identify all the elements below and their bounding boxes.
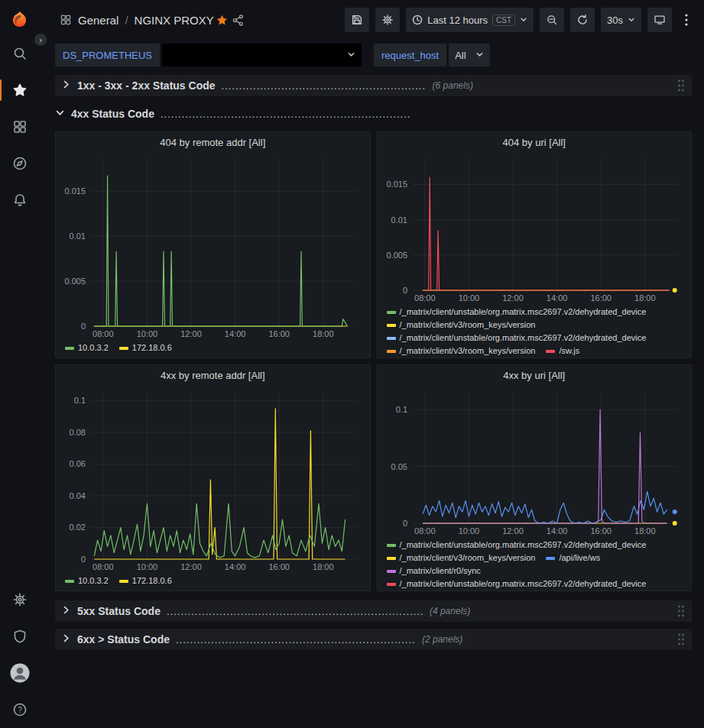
svg-text:0: 0 — [402, 519, 407, 528]
nav-actions: Last 12 hours CST 30s — [345, 8, 695, 32]
row-title: 4xx Status Code — [71, 108, 154, 120]
panel-title[interactable]: 404 by remote addr [All] — [56, 132, 370, 154]
chevron-down-icon — [475, 50, 484, 61]
row-drag-handle[interactable] — [676, 78, 686, 93]
chevron-right-icon — [61, 633, 71, 645]
dashboard-settings-button[interactable] — [375, 8, 400, 32]
share-icon[interactable] — [230, 12, 246, 28]
row-1xx-3xx-2xx[interactable]: 1xx - 3xx - 2xx Status Code ............… — [55, 75, 692, 96]
svg-text:0.005: 0.005 — [386, 251, 407, 260]
legend-color-mark — [65, 347, 74, 350]
legend-item[interactable]: /_matrix/client/r0/sync — [387, 565, 481, 578]
svg-text:0.08: 0.08 — [70, 428, 86, 437]
legend-item[interactable]: 10.0.3.2 — [65, 341, 109, 354]
svg-text:12:00: 12:00 — [502, 293, 524, 303]
svg-text:16:00: 16:00 — [590, 293, 612, 303]
grafana-logo[interactable] — [5, 6, 34, 35]
legend-item[interactable]: /_matrix/client/unstable/org.matrix.msc2… — [387, 578, 647, 590]
row-5xx[interactable]: 5xx Status Code ........................… — [55, 600, 692, 622]
svg-text:10:00: 10:00 — [137, 562, 158, 571]
panel-title[interactable]: 4xx by uri [All] — [378, 365, 692, 387]
time-series-chart[interactable]: 08:0010:0012:0014:0016:0018:0000.050.1 — [381, 387, 689, 537]
legend-item[interactable]: /_matrix/client/unstable/org.matrix.msc2… — [387, 306, 647, 319]
svg-text:0.05: 0.05 — [391, 462, 407, 471]
legend-color-mark — [546, 557, 555, 560]
legend-item[interactable]: /api/live/ws — [546, 552, 600, 565]
time-series-chart[interactable]: 08:0010:0012:0014:0016:0018:0000.0050.01… — [59, 154, 367, 340]
svg-text:14:00: 14:00 — [225, 562, 246, 571]
panel-title[interactable]: 404 by uri [All] — [378, 132, 692, 154]
zoom-out-button[interactable] — [540, 8, 564, 32]
chevron-right-icon — [61, 605, 71, 617]
row-title: 1xx - 3xx - 2xx Status Code — [77, 79, 216, 92]
time-range-picker[interactable]: Last 12 hours CST — [406, 8, 534, 32]
legend-item[interactable]: 172.18.0.6 — [119, 574, 172, 587]
chevron-down-icon — [628, 16, 635, 24]
legend-item[interactable]: /_matrix/client/v3/room_keys/version — [387, 319, 536, 332]
help-icon[interactable]: ? — [5, 694, 35, 725]
breadcrumb[interactable]: General / NGINX PROXY — [60, 14, 214, 27]
request-host-select[interactable]: All — [449, 44, 490, 66]
svg-text:08:00: 08:00 — [414, 293, 436, 303]
row-drag-handle[interactable] — [676, 632, 686, 647]
row-6xx[interactable]: 6xx > Status Code ......................… — [55, 629, 692, 650]
panel-4xx-by-uri: 4xx by uri [All] 08:0010:0012:0014:0016:… — [377, 364, 693, 591]
legend-color-mark — [119, 580, 128, 583]
datasource-variable-label[interactable]: DS_PROMETHEUS — [55, 44, 160, 66]
favorite-star-icon[interactable] — [214, 12, 230, 28]
explore-compass-icon[interactable] — [5, 148, 35, 179]
search-icon[interactable] — [5, 38, 35, 69]
legend-item[interactable]: /sw.js — [546, 345, 579, 358]
sidebar-expand-button[interactable]: › — [34, 33, 47, 47]
svg-text:16:00: 16:00 — [268, 329, 290, 338]
time-series-chart[interactable]: 08:0010:0012:0014:0016:0018:0000.0050.01… — [381, 154, 689, 304]
starred-dashboards-icon[interactable] — [5, 75, 35, 105]
panel-title[interactable]: 4xx by remote addr [All] — [56, 365, 370, 387]
cycle-view-monitor-button[interactable] — [647, 8, 672, 32]
legend-item[interactable]: /_matrix/client/unstable/org.matrix.msc2… — [387, 332, 647, 345]
save-dashboard-button[interactable] — [345, 8, 369, 32]
main-area: General / NGINX PROXY Last 12 hours — [40, 0, 704, 728]
request-host-variable-label[interactable]: request_host — [374, 44, 446, 66]
svg-text:14:00: 14:00 — [546, 293, 567, 303]
refresh-button[interactable] — [570, 8, 595, 32]
row-drag-handle[interactable] — [676, 603, 686, 619]
row-4xx[interactable]: 4xx Status Code ........................… — [55, 103, 692, 125]
profile-avatar[interactable] — [5, 658, 35, 688]
chart-legend: 10.0.3.2172.18.0.6 — [56, 340, 370, 358]
row-panel-count: (6 panels) — [433, 80, 473, 91]
breadcrumb-section[interactable]: General — [78, 14, 118, 27]
legend-item[interactable]: /_matrix/client/unstable/org.matrix.msc2… — [387, 539, 647, 552]
server-admin-shield-icon[interactable] — [5, 621, 35, 652]
datasource-select[interactable] — [162, 44, 362, 66]
legend-item[interactable]: 172.18.0.6 — [119, 341, 172, 354]
svg-text:08:00: 08:00 — [92, 329, 114, 338]
legend-item[interactable]: 10.0.3.2 — [65, 574, 109, 587]
dashboards-icon[interactable] — [5, 112, 35, 142]
configuration-gear-icon[interactable] — [5, 584, 35, 615]
legend-item[interactable]: /_matrix/client/v3/room_keys/version — [387, 552, 536, 565]
time-series-chart[interactable]: 08:0010:0012:0014:0016:0018:0000.020.040… — [59, 387, 367, 573]
svg-text:14:00: 14:00 — [225, 329, 246, 338]
svg-text:16:00: 16:00 — [268, 562, 290, 571]
svg-text:10:00: 10:00 — [137, 329, 158, 338]
svg-text:18:00: 18:00 — [313, 562, 334, 571]
svg-text:12:00: 12:00 — [180, 329, 202, 338]
svg-text:08:00: 08:00 — [414, 526, 436, 535]
svg-text:12:00: 12:00 — [180, 562, 202, 571]
legend-item[interactable]: /_matrix/client/v3/room_keys/version — [387, 345, 536, 358]
legend-color-mark — [387, 544, 396, 547]
alerting-bell-icon[interactable] — [5, 185, 35, 215]
row-title-dots: ........................................… — [167, 606, 423, 617]
kebab-menu-icon[interactable] — [678, 8, 695, 32]
legend-color-mark — [387, 583, 396, 586]
svg-text:10:00: 10:00 — [458, 526, 479, 535]
row-panel-count: (2 panels) — [422, 634, 462, 645]
svg-text:0: 0 — [81, 322, 86, 331]
refresh-interval-picker[interactable]: 30s — [601, 8, 641, 32]
chart-legend: /_matrix/client/unstable/org.matrix.msc2… — [378, 537, 692, 590]
clock-icon — [412, 15, 423, 25]
svg-text:0.01: 0.01 — [391, 215, 407, 225]
dashboard-title[interactable]: NGINX PROXY — [135, 14, 214, 27]
top-nav: General / NGINX PROXY Last 12 hours — [40, 0, 704, 40]
